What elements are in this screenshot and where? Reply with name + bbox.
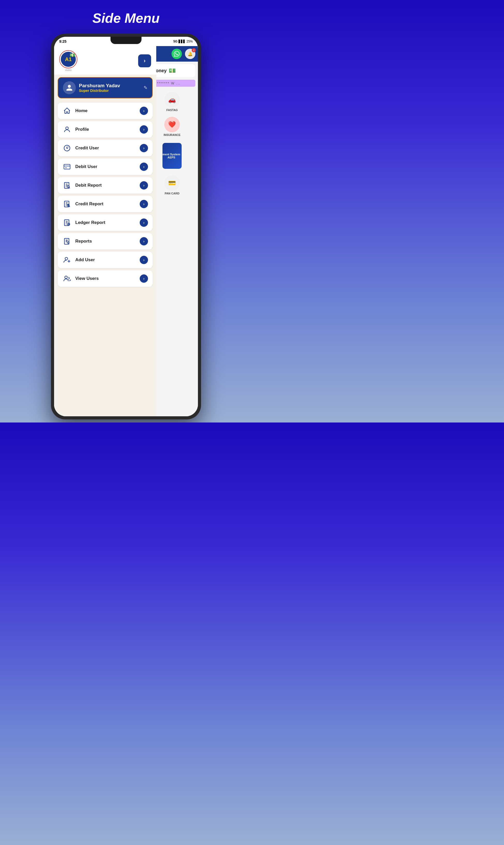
menu-ledger-report-arrow[interactable]: ›	[140, 218, 148, 227]
svg-text:₹: ₹	[68, 204, 69, 206]
user-role: Super Distributor	[79, 89, 141, 93]
menu-debit-user-arrow[interactable]: ›	[140, 163, 148, 171]
menu-credit-report-label: Credit Report	[75, 201, 136, 207]
menu-item-view-users[interactable]: View Users ›	[58, 270, 152, 287]
menu-items-list: Home › Profile ›	[54, 101, 156, 288]
menu-debit-report-label: Debit Report	[75, 183, 136, 188]
add-user-icon	[62, 255, 72, 265]
menu-add-user-arrow[interactable]: ›	[140, 256, 148, 264]
credit-user-icon	[62, 143, 72, 153]
logo-subtitle: Wallet	[65, 69, 72, 71]
menu-reports-arrow[interactable]: ›	[140, 237, 148, 245]
debit-user-icon	[62, 162, 72, 171]
app-logo: 💵 A1	[59, 50, 77, 68]
collapse-menu-button[interactable]: ›	[138, 54, 151, 67]
fastag-icon-item[interactable]: 🚗 FASTAG	[164, 92, 180, 111]
aeps-banner: ment SystemAEPS	[162, 143, 181, 169]
menu-debit-user-label: Debit User	[75, 164, 136, 169]
user-info: Parshuram Yadav Super Distributor	[79, 83, 141, 93]
pan-card-label: PAN CARD	[165, 192, 179, 195]
view-users-icon	[62, 274, 72, 283]
menu-debit-report-arrow[interactable]: ›	[140, 181, 148, 190]
svg-point-30	[65, 257, 68, 260]
menu-view-users-label: View Users	[75, 276, 136, 281]
reports-icon	[62, 236, 72, 246]
menu-item-debit-report[interactable]: Debit Report ›	[58, 177, 152, 194]
menu-credit-user-label: Credit User	[75, 145, 136, 151]
profile-icon	[62, 125, 72, 134]
bell-icon: 🔔	[187, 52, 193, 56]
side-menu: 💵 A1 Wallet ›	[54, 46, 156, 416]
menu-profile-arrow[interactable]: ›	[140, 125, 148, 134]
menu-item-reports[interactable]: Reports ›	[58, 233, 152, 250]
phone-notch	[110, 37, 142, 44]
aeps-text: ment SystemAEPS	[162, 153, 180, 159]
menu-item-credit-report[interactable]: ₹ Credit Report ›	[58, 196, 152, 212]
fastag-icon: 🚗	[164, 92, 180, 107]
home-icon	[62, 106, 72, 116]
svg-point-0	[66, 127, 68, 129]
menu-reports-label: Reports	[75, 239, 136, 244]
insurance-icon-item[interactable]: ❤️ INSURANCE	[163, 117, 180, 137]
menu-item-ledger-report[interactable]: Ledger Report ›	[58, 214, 152, 231]
svg-point-9	[67, 186, 69, 188]
logo-inner: 💵 A1	[61, 52, 76, 67]
notification-bell-button[interactable]: 🔔 2	[185, 49, 195, 59]
menu-item-credit-user[interactable]: Credit User ›	[58, 140, 152, 156]
menu-credit-user-arrow[interactable]: ›	[140, 144, 148, 152]
user-name: Parshuram Yadav	[79, 83, 141, 89]
svg-line-10	[69, 188, 70, 188]
battery-text: 25%	[186, 40, 193, 43]
menu-profile-label: Profile	[75, 127, 136, 132]
menu-home-arrow[interactable]: ›	[140, 107, 148, 115]
status-time: 9:25	[59, 39, 67, 43]
svg-rect-2	[64, 164, 70, 169]
phone-device: 9:25 5G ▋▋▋ 25% 🔔 2	[51, 34, 201, 419]
logo-money-icon: 💵	[70, 52, 75, 58]
credit-report-icon: ₹	[62, 199, 72, 209]
user-avatar-icon	[63, 81, 76, 94]
network-icon: 5G	[173, 40, 178, 43]
menu-view-users-arrow[interactable]: ›	[140, 275, 148, 283]
phone-screen: 9:25 5G ▋▋▋ 25% 🔔 2	[54, 37, 198, 416]
fastag-label: FASTAG	[166, 108, 178, 111]
whatsapp-button[interactable]	[172, 49, 182, 59]
menu-item-debit-user[interactable]: Debit User ›	[58, 158, 152, 175]
svg-point-33	[65, 276, 67, 279]
signal-bars: ▋▋▋	[179, 40, 185, 43]
notification-badge: 2	[192, 48, 196, 52]
menu-credit-report-arrow[interactable]: ›	[140, 200, 148, 208]
chevron-right-icon: ›	[144, 57, 145, 64]
menu-item-add-user[interactable]: Add User ›	[58, 252, 152, 268]
menu-item-profile[interactable]: Profile ›	[58, 121, 152, 138]
insurance-icon: ❤️	[164, 117, 180, 132]
ledger-report-icon	[62, 218, 72, 227]
menu-ledger-report-label: Ledger Report	[75, 220, 136, 225]
edit-profile-icon[interactable]: ✎	[144, 85, 147, 91]
wallet-icon: 💵	[169, 67, 176, 74]
insurance-label: INSURANCE	[163, 133, 180, 137]
svg-point-29	[68, 242, 69, 243]
debit-report-icon	[62, 181, 72, 190]
pan-card-icon: 💳	[164, 175, 180, 191]
status-icons: 5G ▋▋▋ 25%	[173, 40, 193, 43]
svg-line-16	[69, 206, 70, 207]
menu-add-user-label: Add User	[75, 257, 136, 263]
menu-header: 💵 A1 Wallet ›	[54, 46, 156, 74]
menu-item-home[interactable]: Home ›	[58, 103, 152, 119]
page-title: Side Menu	[92, 10, 160, 26]
pan-card-icon-item[interactable]: 💳 PAN CARD	[164, 175, 180, 195]
user-profile-card[interactable]: Parshuram Yadav Super Distributor ✎	[58, 77, 152, 99]
app-content: 🔔 2 Money 💵 ********** W ... 🚗 FASTAG	[54, 46, 198, 416]
menu-home-label: Home	[75, 108, 136, 113]
